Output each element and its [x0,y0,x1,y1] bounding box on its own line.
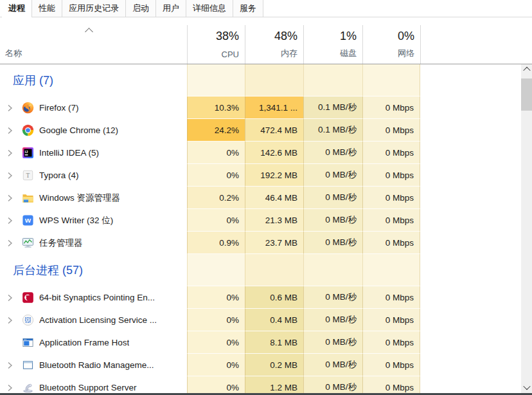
section-header: 后台进程 (57) [0,254,187,286]
table-row[interactable]: Firefox (7)10.3%1,341.1 ...0.1 MB/秒0 Mbp… [0,96,521,119]
network-cell: 0 Mbps [362,354,420,376]
row-filler [420,119,521,142]
chevron-up-icon[interactable] [85,28,93,36]
process-name-cell: Windows 资源管理器 [0,187,187,209]
memory-cell: 472.4 MB [245,119,303,142]
process-name-cell: Application Frame Host [0,331,187,354]
synaptics-icon [22,291,34,304]
typora-icon: T [22,169,34,181]
network-cell: 0 Mbps [362,96,420,119]
btwindow-icon [22,359,34,371]
memory-cell: 1.2 MB [245,376,303,395]
tab-processes[interactable]: 进程 [2,0,32,17]
explorer-icon [22,192,34,204]
network-cell: 0 Mbps [362,376,420,395]
process-name-cell: Activation Licensing Service ... [0,309,187,331]
row-filler [420,96,521,119]
process-table: 应用 (7)Firefox (7)10.3%1,341.1 ...0.1 MB/… [0,64,521,395]
disk-cell: 0 MB/秒 [303,187,362,209]
intellij-icon: IJ [22,147,34,159]
chevron-right-icon[interactable] [7,194,13,202]
memory-cell: 0.6 MB [245,286,303,309]
row-filler [420,64,521,96]
process-name: Application Frame Host [39,338,129,347]
disk-cell: 0 MB/秒 [303,331,362,354]
network-cell: 0 Mbps [362,164,420,187]
chevron-down-icon [523,383,530,390]
process-name-cell: Bluetooth Radio Manageme... [0,354,187,376]
process-name-cell: 64-bit Synaptics Pointing En... [0,286,187,309]
network-cell: 0 Mbps [362,119,420,142]
section-title: 应用 (7) [13,73,53,88]
column-header-memory[interactable]: 48%内存 [245,25,303,64]
table-row[interactable]: Bluetooth Support Server0%1.2 MB0 MB/秒0 … [0,376,521,395]
process-name-cell: TTypora (4) [0,164,187,187]
table-row[interactable]: IJIntelliJ IDEA (5)0%142.6 MB0 MB/秒0 Mbp… [0,142,521,164]
wps-icon: W [22,214,34,226]
chevron-up-icon [523,67,530,74]
cpu-cell: 24.2% [187,119,245,142]
scroll-up-button[interactable] [521,64,532,75]
chevron-right-icon[interactable] [7,149,13,157]
network-cell: 0 Mbps [362,309,420,331]
disk-cell: 0.1 MB/秒 [303,119,362,142]
chevron-right-icon[interactable] [7,384,13,392]
cpu-cell: 0% [187,209,245,232]
table-row[interactable]: Application Frame Host0%8.1 MB0 MB/秒0 Mb… [0,331,521,354]
process-name-cell: Firefox (7) [0,96,187,119]
disk-cell: 0.1 MB/秒 [303,96,362,119]
scroll-down-button[interactable] [521,382,532,392]
network-cell: 0 Mbps [362,187,420,209]
column-header-cpu[interactable]: 38%CPU [187,25,245,64]
row-filler [420,187,521,209]
tab-users[interactable]: 用户 [156,0,186,17]
chevron-right-icon[interactable] [7,217,13,225]
tab-details[interactable]: 详细信息 [186,0,233,17]
table-row[interactable]: Windows 资源管理器0.2%46.4 MB0 MB/秒0 Mbps [0,187,521,209]
table-row[interactable]: WWPS Writer (32 位)0%21.3 MB0 MB/秒0 Mbps [0,209,521,232]
process-name-cell: Bluetooth Support Server [0,376,187,395]
chevron-right-icon[interactable] [7,239,13,247]
tab-startup[interactable]: 启动 [126,0,156,17]
memory-cell: 1,341.1 ... [245,96,303,119]
table-row[interactable]: Bluetooth Radio Manageme...0%0.2 MB0 MB/… [0,354,521,376]
network-cell: 0 Mbps [362,142,420,164]
chevron-right-icon[interactable] [7,317,13,324]
tab-performance[interactable]: 性能 [32,0,62,17]
process-name: Google Chrome (12) [39,125,118,135]
process-name: Firefox (7) [39,103,79,113]
table-row[interactable]: 64-bit Synaptics Pointing En...0%0.6 MB0… [0,286,521,309]
table-row[interactable]: Activation Licensing Service ...0%0.4 MB… [0,309,521,331]
table-row[interactable]: Google Chrome (12)24.2%472.4 MB0.1 MB/秒0… [0,119,521,142]
network-cell: 0 Mbps [362,232,420,254]
process-name-cell: WWPS Writer (32 位) [0,209,187,232]
column-header-network[interactable]: 0%网络 [362,25,420,64]
cpu-cell [187,254,245,286]
process-name-cell: Google Chrome (12) [0,119,187,142]
memory-cell: 21.3 MB [245,209,303,232]
column-divider [420,25,421,64]
table-row[interactable]: TTypora (4)0%192.2 MB0 MB/秒0 Mbps [0,164,521,187]
chevron-right-icon[interactable] [7,294,13,302]
cpu-cell: 0% [187,331,245,354]
cpu-cell: 0.9% [187,232,245,254]
scroll-thumb[interactable] [521,78,532,111]
chevron-right-icon[interactable] [7,172,13,179]
process-name: WPS Writer (32 位) [39,215,113,226]
network-cell: 0 Mbps [362,331,420,354]
disk-cell: 0 MB/秒 [303,164,362,187]
tab-bar: 进程性能应用历史记录启动用户详细信息服务 [0,0,532,17]
chevron-right-icon[interactable] [7,362,13,369]
column-header-disk[interactable]: 1%磁盘 [303,25,362,64]
table-row[interactable]: 任务管理器0.9%23.7 MB0 MB/秒0 Mbps [0,232,521,254]
tab-app-history[interactable]: 应用历史记录 [62,0,126,17]
chevron-right-icon[interactable] [7,104,13,112]
memory-cell: 192.2 MB [245,164,303,187]
tab-services[interactable]: 服务 [233,0,263,17]
memory-cell: 23.7 MB [245,232,303,254]
name-column-header[interactable]: 名称 [5,48,22,59]
process-name: Bluetooth Radio Manageme... [39,360,154,370]
process-name-cell: 任务管理器 [0,232,187,254]
scrollbar[interactable] [521,64,532,395]
chevron-right-icon[interactable] [7,127,13,134]
